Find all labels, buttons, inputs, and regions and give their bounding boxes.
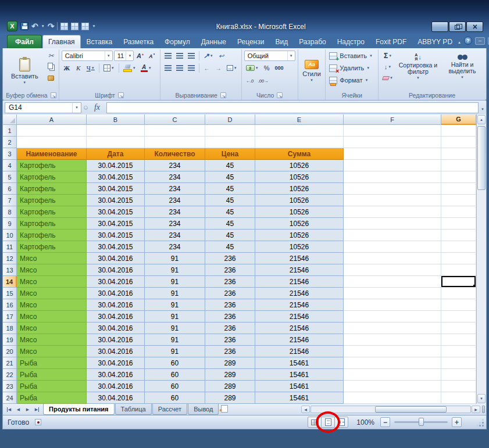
cell-E1[interactable] xyxy=(255,125,344,137)
cell-F3[interactable] xyxy=(344,148,441,160)
cell-A6[interactable]: Картофель xyxy=(17,183,87,195)
ribbon-tab-данные[interactable]: Данные xyxy=(196,35,231,48)
sheet-tab-4[interactable]: Вывод xyxy=(188,404,219,415)
cell-F9[interactable] xyxy=(344,218,441,230)
cell-G13[interactable] xyxy=(441,264,476,276)
font-size-select[interactable]: 11 xyxy=(114,51,134,61)
row-header-19[interactable]: 19 xyxy=(3,334,17,346)
align-top-button[interactable] xyxy=(163,51,173,61)
cell-C3[interactable]: Количество xyxy=(145,148,205,160)
cell-A5[interactable]: Картофель xyxy=(17,171,87,183)
cell-F16[interactable] xyxy=(344,299,441,311)
close-button[interactable] xyxy=(466,21,483,32)
select-all-corner[interactable] xyxy=(3,114,17,125)
align-bottom-button[interactable] xyxy=(186,51,197,61)
cut-button[interactable] xyxy=(46,51,56,61)
cell-F2[interactable] xyxy=(344,137,441,148)
zoom-slider[interactable] xyxy=(394,421,448,423)
cell-A17[interactable]: Мясо xyxy=(17,311,87,322)
cell-A1[interactable] xyxy=(17,125,87,137)
row-header-12[interactable]: 12 xyxy=(3,253,17,264)
wrap-text-button[interactable] xyxy=(216,51,227,61)
cell-A12[interactable]: Мясо xyxy=(17,253,87,264)
cell-E13[interactable]: 21546 xyxy=(255,264,344,276)
sheet-tab-3[interactable]: Рассчет xyxy=(152,404,188,415)
cell-D24[interactable]: 289 xyxy=(205,392,255,404)
ribbon-tab-файл[interactable]: Файл xyxy=(7,35,42,48)
cell-F5[interactable] xyxy=(344,171,441,183)
dialog-launcher-font[interactable] xyxy=(118,92,124,98)
fill-color-button[interactable] xyxy=(122,63,138,73)
cell-G22[interactable] xyxy=(441,369,476,381)
qat-custom-button-1[interactable] xyxy=(60,23,68,30)
find-select-button[interactable]: Найти и выделить xyxy=(441,51,483,91)
cell-C7[interactable]: 234 xyxy=(145,195,205,206)
cell-C8[interactable]: 234 xyxy=(145,206,205,218)
cell-F13[interactable] xyxy=(344,264,441,276)
cell-C12[interactable]: 91 xyxy=(145,253,205,264)
cell-D11[interactable]: 45 xyxy=(205,241,255,253)
cell-G5[interactable] xyxy=(441,171,476,183)
cell-B7[interactable]: 30.04.2015 xyxy=(87,195,145,206)
cell-G4[interactable] xyxy=(441,160,476,171)
autosum-button[interactable]: Σ xyxy=(381,51,395,61)
formula-bar-splitter[interactable] xyxy=(84,106,88,110)
cell-D22[interactable]: 289 xyxy=(205,369,255,381)
decrease-font-button[interactable] xyxy=(147,51,158,61)
dialog-launcher-number[interactable] xyxy=(277,92,283,98)
copy-button[interactable] xyxy=(46,62,56,72)
cell-F6[interactable] xyxy=(344,183,441,195)
ribbon-tab-разметка[interactable]: Разметка xyxy=(118,35,159,48)
cell-E5[interactable]: 10526 xyxy=(255,171,344,183)
cell-F15[interactable] xyxy=(344,288,441,299)
cell-C18[interactable]: 91 xyxy=(145,322,205,334)
cell-G24[interactable] xyxy=(441,392,476,404)
row-header-22[interactable]: 22 xyxy=(3,369,17,381)
cell-G8[interactable] xyxy=(441,206,476,218)
vertical-scrollbar[interactable] xyxy=(476,114,486,404)
cell-A18[interactable]: Мясо xyxy=(17,322,87,334)
ribbon-tab-abbyy-pd[interactable]: ABBYY PD xyxy=(412,35,458,48)
ribbon-tab-вид[interactable]: Вид xyxy=(270,35,293,48)
cell-C1[interactable] xyxy=(145,125,205,137)
cell-C10[interactable]: 234 xyxy=(145,230,205,241)
cell-F18[interactable] xyxy=(344,322,441,334)
cell-G20[interactable] xyxy=(441,346,476,357)
cell-E17[interactable]: 21546 xyxy=(255,311,344,322)
font-family-select[interactable]: Calibri xyxy=(62,51,113,61)
cell-G18[interactable] xyxy=(441,322,476,334)
cell-D7[interactable]: 45 xyxy=(205,195,255,206)
row-header-2[interactable]: 2 xyxy=(3,137,17,148)
row-header-1[interactable]: 1 xyxy=(3,125,17,137)
cell-A7[interactable]: Картофель xyxy=(17,195,87,206)
cell-F12[interactable] xyxy=(344,253,441,264)
cell-F11[interactable] xyxy=(344,241,441,253)
cell-B1[interactable] xyxy=(87,125,145,137)
font-color-button[interactable] xyxy=(139,63,154,73)
cell-A8[interactable]: Картофель xyxy=(17,206,87,218)
merge-center-button[interactable] xyxy=(225,63,239,73)
cell-G23[interactable] xyxy=(441,381,476,392)
cell-C24[interactable]: 60 xyxy=(145,392,205,404)
cell-G12[interactable] xyxy=(441,253,476,264)
cell-A9[interactable]: Картофель xyxy=(17,218,87,230)
minimize-ribbon-icon[interactable] xyxy=(458,35,461,46)
cell-B8[interactable]: 30.04.2015 xyxy=(87,206,145,218)
cell-C16[interactable]: 91 xyxy=(145,299,205,311)
ribbon-tab-вставка[interactable]: Вставка xyxy=(81,35,118,48)
row-header-20[interactable]: 20 xyxy=(3,346,17,357)
row-header-6[interactable]: 6 xyxy=(3,183,17,195)
zoom-in-button[interactable] xyxy=(452,417,462,427)
styles-button[interactable]: Стили xyxy=(301,58,323,84)
cell-E3[interactable]: Сумма xyxy=(255,148,344,160)
cell-E2[interactable] xyxy=(255,137,344,148)
cell-C23[interactable]: 60 xyxy=(145,381,205,392)
cell-A23[interactable]: Рыба xyxy=(17,381,87,392)
cell-B21[interactable]: 30.04.2016 xyxy=(87,357,145,369)
underline-button[interactable]: Ч xyxy=(85,63,97,73)
cell-C19[interactable]: 91 xyxy=(145,334,205,346)
tab-split-handle[interactable] xyxy=(482,406,485,413)
cell-D12[interactable]: 236 xyxy=(205,253,255,264)
cell-D14[interactable]: 236 xyxy=(205,276,255,288)
cell-D8[interactable]: 45 xyxy=(205,206,255,218)
